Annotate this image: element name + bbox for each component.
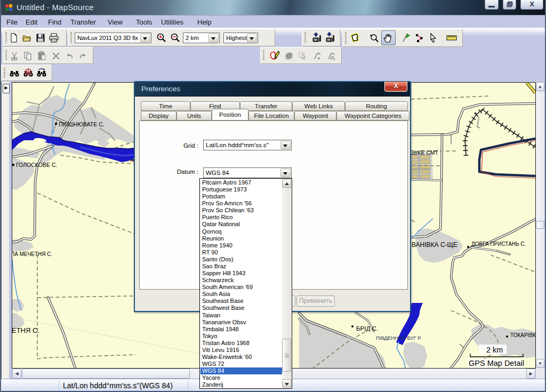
svg-text:ЕТНЯ С.: ЕТНЯ С. [12,326,39,334]
svg-text:ГОЛОСКОВЕ С.: ГОЛОСКОВЕ С. [16,162,57,168]
svg-text:ВАНІВКА С-ЩЕ: ВАНІВКА С-ЩЕ [412,241,457,249]
svg-text:ЗЬКЕ СМТ: ЗЬКЕ СМТ [411,149,438,156]
svg-text:ПІВДЕННИЙ БУГ Р.: ПІВДЕННИЙ БУГ Р. [376,335,421,341]
svg-text:ДОВГА ПРИСТАНЬ С.: ДОВГА ПРИСТАНЬ С. [471,241,526,247]
svg-text:2 km: 2 km [486,346,503,354]
svg-text:БРІД С.: БРІД С. [356,325,378,332]
svg-text:ТОКАРІВКА: ТОКАРІВКА [510,332,535,338]
svg-text:ПЮШНЮВАТЕ С.: ПЮШНЮВАТЕ С. [59,121,105,127]
svg-text:ПА МЕЧЕТНЯ С.: ПА МЕЧЕТНЯ С. [12,251,52,257]
svg-text:GPS Map Detail: GPS Map Detail [469,359,524,367]
